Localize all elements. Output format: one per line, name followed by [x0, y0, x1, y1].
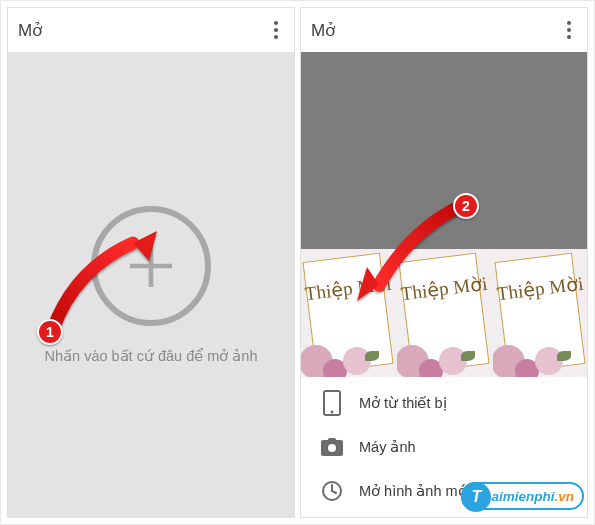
camera-icon — [315, 438, 349, 456]
appbar-left: Mở — [8, 8, 294, 52]
overflow-menu-icon[interactable] — [561, 15, 577, 45]
tutorial-composite: Mở Nhấn vào bất cứ đâu để mở ảnh Mở Thiệ… — [0, 0, 595, 525]
annotation-arrow-2 — [341, 199, 471, 309]
svg-point-2 — [328, 444, 336, 452]
option-label: Mở từ thiết bị — [359, 395, 447, 411]
option-camera[interactable]: Máy ảnh — [301, 425, 587, 469]
appbar-title: Mở — [311, 20, 335, 41]
device-icon — [315, 390, 349, 416]
thumbnail-3[interactable]: Thiệp Mời — [493, 249, 587, 377]
appbar-title: Mở — [18, 20, 42, 41]
svg-marker-5 — [357, 267, 379, 301]
svg-marker-4 — [133, 231, 157, 261]
annotation-arrow-1 — [45, 229, 165, 339]
flower-decoration — [493, 327, 587, 377]
annotation-badge-1: 1 — [37, 319, 63, 345]
overflow-menu-icon[interactable] — [268, 15, 284, 45]
watermark-icon: T — [461, 482, 491, 512]
clock-icon — [315, 480, 349, 502]
annotation-badge-2: 2 — [453, 193, 479, 219]
flower-decoration — [301, 327, 395, 377]
watermark: T aimienphi.vn — [461, 482, 584, 510]
empty-hint-text: Nhấn vào bất cứ đâu để mở ảnh — [39, 348, 264, 364]
watermark-suffix: .vn — [554, 489, 574, 504]
option-label: Máy ảnh — [359, 439, 416, 455]
option-open-from-device[interactable]: Mở từ thiết bị — [301, 381, 587, 425]
flower-decoration — [397, 327, 491, 377]
appbar-right: Mở — [301, 8, 587, 52]
watermark-text: aimienphi — [491, 489, 554, 504]
svg-point-1 — [331, 411, 334, 414]
